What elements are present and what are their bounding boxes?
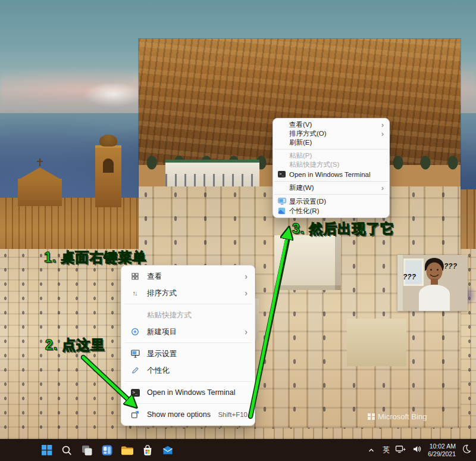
inset-white-building bbox=[347, 319, 406, 366]
classic-menu-item-open-terminal[interactable]: >_ Open in Windows Terminal bbox=[273, 169, 389, 179]
ctx-item-open-terminal[interactable]: >_ Open in Windows Terminal bbox=[124, 384, 252, 401]
ctx-item-show-more-options[interactable]: Show more options Shift+F10 bbox=[124, 406, 252, 423]
classic-menu-item-display-settings[interactable]: 显示设置(D) bbox=[273, 197, 389, 206]
classic-menu-item-personalize[interactable]: 个性化(R) bbox=[273, 206, 389, 216]
win11-context-menu: 查看 › ↑↓ 排序方式 › 粘贴快捷方式 新建项目 › 显示设置 bbox=[121, 265, 255, 426]
view-grid-icon bbox=[130, 272, 140, 281]
menu-separator bbox=[274, 149, 388, 149]
taskbar-file-explorer-button[interactable] bbox=[119, 442, 136, 459]
icon-spacer bbox=[277, 184, 286, 192]
bing-watermark: Microsoft Bing bbox=[368, 412, 427, 421]
wallpaper-belltower-window bbox=[103, 158, 114, 173]
icon-spacer bbox=[277, 152, 286, 160]
confused-man-meme: ??? ??? bbox=[397, 255, 468, 311]
classic-menu-item-sort-by[interactable]: 排序方式(O) › bbox=[273, 129, 389, 138]
taskbar-task-view-button[interactable] bbox=[79, 442, 95, 459]
microsoft-store-icon bbox=[142, 444, 154, 456]
personalization-icon bbox=[277, 207, 286, 215]
tray-network-icon[interactable] bbox=[395, 444, 406, 456]
chevron-right-icon: › bbox=[245, 289, 248, 297]
tray-ime-indicator[interactable]: 英 bbox=[383, 445, 390, 455]
ctx-item-sort-by[interactable]: ↑↓ 排序方式 › bbox=[124, 285, 252, 301]
inset-shop-building bbox=[165, 160, 259, 187]
ctx-item-personalize[interactable]: 个性化 bbox=[124, 362, 252, 379]
task-view-icon bbox=[81, 444, 93, 456]
taskbar-store-button[interactable] bbox=[139, 442, 156, 459]
annotation-step2: 2. 点这里 bbox=[45, 336, 105, 354]
chevron-up-icon bbox=[367, 446, 375, 454]
menu-separator bbox=[124, 304, 252, 304]
windows-terminal-icon: >_ bbox=[130, 388, 140, 397]
ctx-item-view[interactable]: 查看 › bbox=[124, 268, 252, 285]
personalization-pen-icon bbox=[130, 366, 140, 375]
icon-spacer bbox=[277, 121, 286, 129]
taskbar: 英 10:02 AM 6/29/2021 bbox=[0, 439, 476, 461]
classic-context-menu: 查看(V) › 排序方式(O) › 刷新(E) 粘贴(P) 粘贴快捷方式(S) … bbox=[273, 118, 390, 218]
menu-separator bbox=[274, 194, 388, 195]
display-settings-icon bbox=[130, 349, 140, 359]
wallpaper-belltower bbox=[95, 145, 121, 207]
inset-white-building bbox=[274, 235, 341, 290]
chevron-right-icon: › bbox=[245, 272, 248, 281]
system-tray: 英 10:02 AM 6/29/2021 bbox=[365, 442, 471, 459]
tray-date: 6/29/2021 bbox=[428, 450, 456, 458]
search-icon bbox=[61, 444, 73, 456]
desktop[interactable]: 查看(V) › 排序方式(O) › 刷新(E) 粘贴(P) 粘贴快捷方式(S) … bbox=[0, 0, 476, 461]
microsoft-logo-icon bbox=[368, 413, 375, 420]
ctx-item-display-settings[interactable]: 显示设置 bbox=[124, 345, 252, 362]
chevron-right-icon: › bbox=[381, 185, 384, 192]
ctx-item-new-item[interactable]: 新建项目 › bbox=[124, 323, 252, 340]
menu-separator bbox=[124, 381, 252, 382]
chevron-right-icon: › bbox=[381, 122, 384, 129]
show-more-options-icon bbox=[130, 410, 140, 419]
wallpaper-church-cross bbox=[39, 158, 40, 166]
new-item-plus-icon bbox=[130, 327, 140, 337]
classic-menu-item-new[interactable]: 新建(W) › bbox=[273, 183, 389, 192]
icon-spacer bbox=[277, 161, 286, 169]
windows-logo-icon bbox=[41, 444, 52, 456]
question-marks: ??? bbox=[444, 262, 457, 270]
tray-clock[interactable]: 10:02 AM 6/29/2021 bbox=[428, 443, 456, 457]
classic-menu-item-refresh[interactable]: 刷新(E) bbox=[273, 138, 389, 147]
menu-separator bbox=[124, 403, 252, 404]
sort-arrows-icon: ↑↓ bbox=[130, 288, 140, 298]
icon-spacer bbox=[277, 130, 286, 138]
tray-focus-assist-moon-icon[interactable] bbox=[461, 444, 471, 456]
chevron-right-icon: › bbox=[381, 130, 384, 138]
annotation-step3: 3. 然后出现了它 bbox=[292, 220, 395, 238]
wallpaper-church bbox=[18, 179, 62, 206]
annotation-step1: 1. 桌面右键菜单 bbox=[44, 248, 147, 267]
taskbar-search-button[interactable] bbox=[58, 442, 75, 459]
taskbar-mail-button[interactable] bbox=[159, 442, 176, 459]
menu-separator bbox=[124, 342, 252, 343]
mail-icon bbox=[162, 444, 174, 456]
widgets-icon bbox=[101, 444, 113, 456]
taskbar-icon-group bbox=[38, 442, 176, 459]
icon-spacer bbox=[277, 139, 286, 147]
classic-menu-item-view[interactable]: 查看(V) › bbox=[273, 120, 389, 129]
chevron-right-icon: › bbox=[245, 328, 248, 336]
file-explorer-icon bbox=[121, 445, 134, 456]
wallpaper-church-cross bbox=[37, 161, 43, 162]
display-settings-icon bbox=[277, 198, 286, 205]
wallpaper-belltower-dome bbox=[99, 135, 117, 147]
taskbar-start-button[interactable] bbox=[38, 442, 55, 459]
classic-menu-item-paste-shortcut: 粘贴快捷方式(S) bbox=[273, 160, 389, 169]
watermark-text: Microsoft Bing bbox=[378, 412, 427, 421]
taskbar-widgets-button[interactable] bbox=[99, 442, 115, 459]
classic-menu-item-paste: 粘贴(P) bbox=[273, 151, 389, 160]
ctx-item-paste-shortcut: 粘贴快捷方式 bbox=[124, 307, 252, 323]
windows-terminal-icon: >_ bbox=[277, 170, 286, 178]
shortcut-hint: Shift+F10 bbox=[218, 411, 248, 418]
tray-volume-icon[interactable] bbox=[412, 444, 422, 456]
question-marks: ??? bbox=[403, 273, 416, 281]
wallpaper-church-pediment bbox=[18, 167, 62, 180]
menu-separator bbox=[274, 181, 388, 182]
tray-time: 10:02 AM bbox=[428, 443, 456, 450]
icon-spacer bbox=[130, 310, 140, 320]
tray-show-hidden-icons-button[interactable] bbox=[365, 442, 377, 459]
